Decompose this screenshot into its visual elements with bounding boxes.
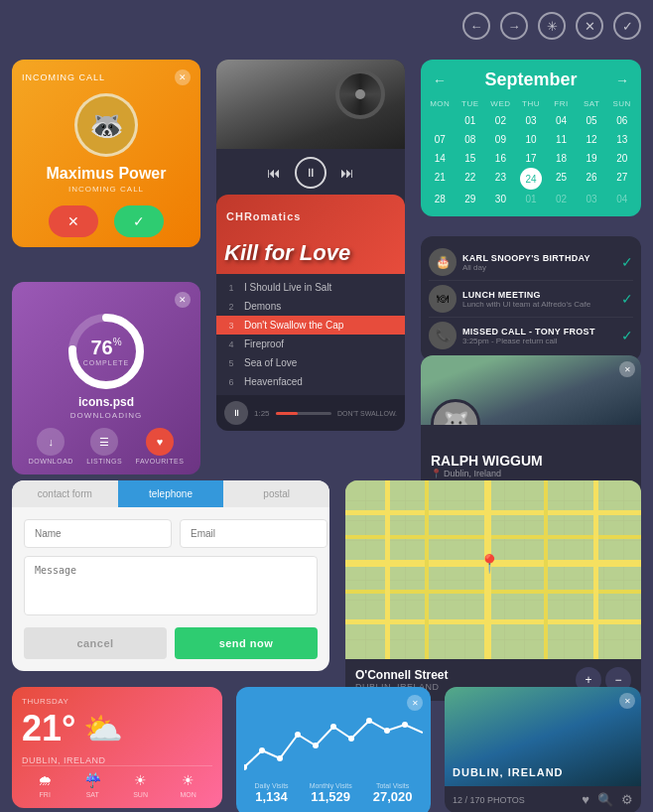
download-action[interactable]: ↓ DOWNLOAD — [29, 428, 73, 465]
cal-day[interactable]: 25 — [546, 168, 577, 190]
play-pause-button[interactable]: ⏸ — [295, 157, 326, 189]
calendar-next-button[interactable]: → — [615, 72, 629, 88]
cal-day[interactable]: 03 — [516, 111, 547, 130]
tab-telephone[interactable]: telephone — [118, 480, 224, 507]
cal-day[interactable]: 26 — [577, 168, 607, 190]
forecast-mon-label: MON — [180, 791, 196, 798]
listings-label: LISTINGS — [86, 458, 122, 465]
playlist-item-1[interactable]: 1 I Should Live in Salt — [216, 278, 405, 297]
send-now-button[interactable]: send now — [175, 627, 318, 659]
cal-day[interactable]: 05 — [577, 111, 607, 130]
listings-action[interactable]: ☰ LISTINGS — [86, 428, 122, 465]
cal-day[interactable]: 03 — [577, 190, 607, 208]
nav-back-icon[interactable]: ← — [462, 12, 490, 40]
event-title: LUNCH MEETING — [462, 290, 615, 300]
form-tabs: contact form telephone postal — [12, 480, 329, 507]
cancel-button[interactable]: cancel — [24, 627, 167, 659]
decline-call-button[interactable]: ✕ — [49, 205, 98, 237]
cal-day[interactable]: 02 — [485, 111, 516, 130]
cal-day[interactable]: 22 — [456, 168, 486, 190]
tab-postal[interactable]: postal — [223, 480, 329, 507]
profile-close-button[interactable]: ✕ — [619, 361, 635, 377]
playlist-pause-button[interactable]: ⏸ — [224, 401, 248, 425]
forecast-sat: ☔ SAT — [84, 772, 101, 798]
cal-day[interactable]: 13 — [606, 130, 637, 149]
event-item-missed-call[interactable]: 📞 MISSED CALL - TONY FROST 3:25pm - Plea… — [429, 318, 633, 353]
playlist-progress-fill — [276, 412, 299, 415]
cal-day[interactable]: 14 — [425, 149, 456, 168]
nav-forward-icon[interactable]: → — [500, 12, 528, 40]
photos-like-button[interactable]: ♥ — [582, 792, 589, 807]
photos-location: DUBLIN, IRELAND — [453, 766, 564, 778]
svg-point-10 — [384, 728, 390, 734]
cal-day[interactable]: 11 — [546, 130, 577, 149]
cal-day[interactable]: 01 — [516, 190, 547, 208]
form-actions: cancel send now — [24, 627, 318, 659]
event-item-lunch[interactable]: 🍽 LUNCH MEETING Lunch with UI team at Al… — [429, 281, 633, 318]
playlist-item-5[interactable]: 5 Sea of Love — [216, 353, 405, 372]
file-status: DOWNLOADING — [22, 411, 191, 420]
cal-day[interactable]: 18 — [546, 149, 577, 168]
cal-day[interactable]: 07 — [425, 130, 456, 149]
cal-day[interactable]: 09 — [485, 130, 516, 149]
track-number: 1 — [224, 283, 238, 293]
event-item-birthday[interactable]: 🎂 KARL SNOOPY'S BIRTHDAY All day ✓ — [429, 244, 633, 281]
cal-day[interactable]: 23 — [485, 168, 516, 190]
photos-search-button[interactable]: 🔍 — [597, 792, 613, 807]
nav-asterisk-icon[interactable]: ✳ — [538, 12, 566, 40]
cal-day[interactable]: 30 — [485, 190, 516, 208]
progress-close-button[interactable]: ✕ — [175, 292, 191, 308]
profile-location-text: Dublin, Ireland — [444, 469, 501, 478]
playlist-item-2[interactable]: 2 Demons — [216, 297, 405, 316]
playlist-item-6[interactable]: 6 Heavenfaced — [216, 372, 405, 391]
cal-day[interactable]: 12 — [577, 130, 607, 149]
cal-day[interactable]: 01 — [456, 111, 486, 130]
analytics-close-button[interactable]: ✕ — [407, 695, 423, 711]
cal-day[interactable]: 04 — [546, 111, 577, 130]
nav-close-icon[interactable]: ✕ — [576, 12, 603, 40]
incoming-call-close[interactable]: ✕ — [175, 69, 191, 85]
map-area[interactable]: 📍 — [345, 480, 641, 659]
cal-day[interactable]: 02 — [546, 190, 577, 208]
cal-day[interactable]: 19 — [577, 149, 607, 168]
cal-day[interactable]: 29 — [456, 190, 486, 208]
playlist-progress-track[interactable] — [276, 412, 331, 415]
forecast-sun-label: SUN — [133, 791, 148, 798]
svg-point-5 — [295, 732, 301, 738]
photos-close-button[interactable]: ✕ — [619, 693, 635, 709]
pw-close-area: ✕ — [22, 292, 191, 308]
cal-day[interactable]: 06 — [606, 111, 637, 130]
calendar-prev-button[interactable]: ← — [433, 72, 447, 88]
prev-track-button[interactable]: ⏮ — [267, 165, 281, 181]
cal-day[interactable] — [425, 111, 456, 130]
caller-avatar-container: 🦝 — [22, 93, 191, 157]
tab-contact-form[interactable]: contact form — [12, 480, 118, 507]
cal-day-today[interactable]: 24 — [520, 168, 542, 190]
next-track-button[interactable]: ⏭ — [340, 165, 354, 181]
weather-widget: THURSDAY 21° ⛅ DUBLIN, IRELAND 🌧 FRI ☔ S… — [12, 687, 222, 808]
forecast-mon-icon: ☀ — [182, 772, 195, 788]
cal-day[interactable]: 20 — [606, 149, 637, 168]
playlist-item-3-active[interactable]: 3 Don't Swallow the Cap — [216, 316, 405, 335]
nav-check-icon[interactable]: ✓ — [613, 12, 641, 40]
cal-day[interactable]: 17 — [516, 149, 547, 168]
photos-settings-button[interactable]: ⚙ — [621, 792, 633, 807]
cal-day[interactable]: 21 — [425, 168, 456, 190]
cal-day[interactable]: 08 — [456, 130, 486, 149]
circular-progress: 76% COMPLETE — [22, 312, 191, 391]
name-input[interactable] — [24, 519, 172, 548]
cal-day[interactable]: 16 — [485, 149, 516, 168]
cal-day[interactable]: 28 — [425, 190, 456, 208]
cal-day[interactable]: 15 — [456, 149, 486, 168]
cal-day[interactable]: 04 — [606, 190, 637, 208]
svg-point-9 — [366, 718, 372, 724]
profile-location: 📍 Dublin, Ireland — [431, 469, 631, 478]
email-input[interactable] — [180, 519, 327, 548]
cal-day[interactable]: 27 — [606, 168, 637, 190]
cal-day[interactable]: 10 — [516, 130, 547, 149]
accept-call-button[interactable]: ✓ — [114, 205, 164, 237]
favourites-action[interactable]: ♥ FAVOURITES — [136, 428, 185, 465]
playlist-item-4[interactable]: 4 Fireproof — [216, 335, 405, 353]
message-textarea[interactable] — [24, 556, 318, 615]
track-number: 3 — [224, 321, 238, 331]
